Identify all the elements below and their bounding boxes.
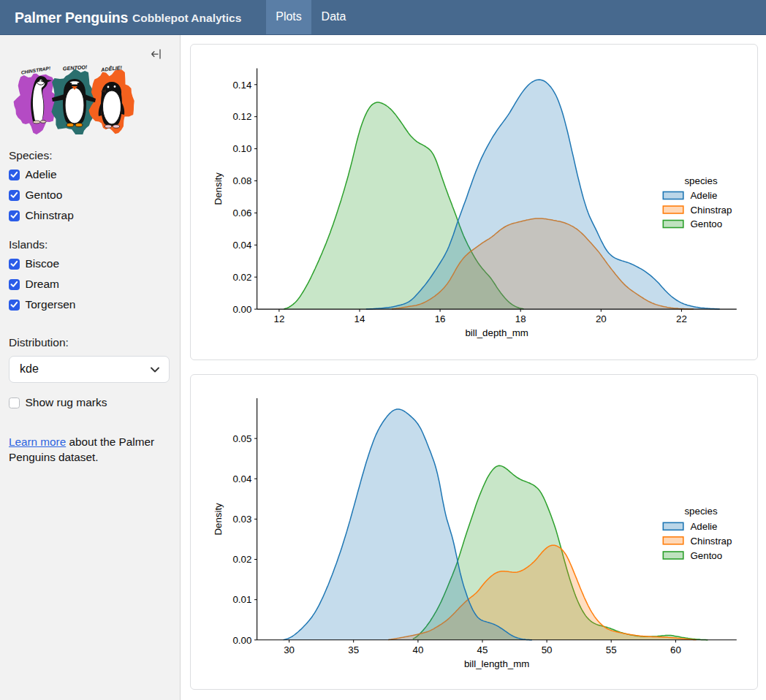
svg-text:55: 55 [606,644,617,655]
svg-text:Chinstrap: Chinstrap [691,536,732,547]
svg-text:Gentoo: Gentoo [691,218,723,229]
svg-text:0.02: 0.02 [232,554,251,565]
svg-text:0.05: 0.05 [232,433,251,444]
svg-text:Gentoo: Gentoo [691,550,723,561]
svg-text:Adelie: Adelie [691,521,718,532]
svg-text:0.10: 0.10 [232,143,251,154]
svg-text:0.00: 0.00 [232,635,251,646]
svg-text:bill_length_mm: bill_length_mm [464,658,529,669]
svg-text:0.12: 0.12 [232,111,251,122]
svg-text:0.02: 0.02 [232,272,251,283]
svg-text:30: 30 [284,644,295,655]
svg-text:Chinstrap: Chinstrap [691,205,732,216]
svg-text:45: 45 [477,644,488,655]
svg-text:16: 16 [435,313,446,324]
svg-text:0.03: 0.03 [232,514,251,525]
svg-text:bill_depth_mm: bill_depth_mm [465,327,528,338]
svg-text:0.06: 0.06 [232,208,251,218]
svg-text:0.04: 0.04 [232,240,251,251]
svg-text:Adelie: Adelie [691,190,718,201]
svg-text:12: 12 [274,313,285,324]
svg-text:Density: Density [213,172,224,205]
svg-text:35: 35 [348,644,359,655]
svg-text:0.14: 0.14 [232,80,251,91]
svg-text:species: species [684,175,717,186]
svg-text:22: 22 [676,313,687,324]
svg-text:0.08: 0.08 [232,175,251,186]
svg-text:50: 50 [542,644,553,655]
svg-text:0.01: 0.01 [232,594,251,605]
svg-text:20: 20 [596,313,607,324]
svg-text:0.00: 0.00 [232,304,251,315]
svg-text:GENTOO!: GENTOO! [63,64,88,72]
svg-text:14: 14 [354,313,365,324]
svg-text:40: 40 [413,644,424,655]
svg-text:0.04: 0.04 [232,473,251,484]
svg-text:60: 60 [670,644,681,655]
svg-text:18: 18 [515,313,526,324]
svg-text:Density: Density [213,503,224,536]
svg-text:species: species [684,506,717,517]
